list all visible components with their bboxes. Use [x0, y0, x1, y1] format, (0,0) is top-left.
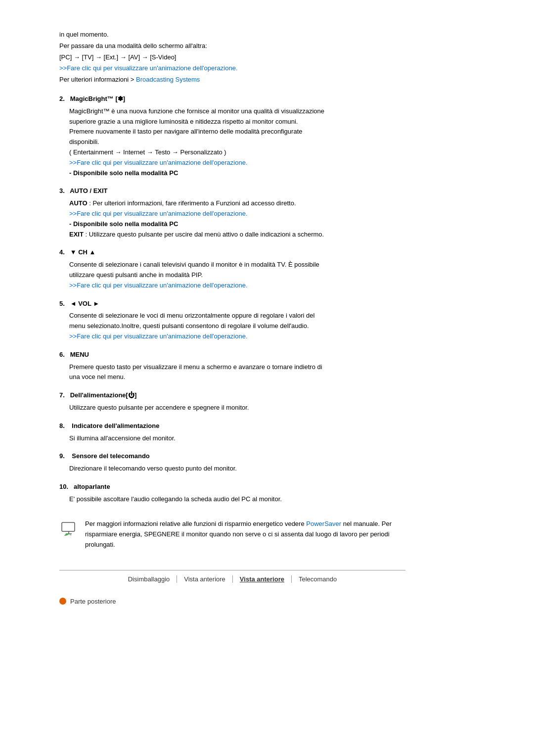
- section-4-body: Consente di selezionare i canali televis…: [69, 260, 405, 290]
- section-8-heading: Indicatore dell'alimentazione: [72, 422, 159, 429]
- section-2-heading: MagicBright™ [✽]: [70, 95, 125, 102]
- intro-animation-link[interactable]: >>Fare clic qui per visualizzare un'anim…: [59, 64, 238, 72]
- section-6-line1: Premere questo tasto per visualizzare il…: [69, 362, 405, 373]
- section-5-title: 5. ◄ VOL ►: [59, 299, 405, 309]
- intro-line1: in quel momento.: [59, 30, 405, 40]
- nav-bar: Disimballaggio Vista anteriore Vista ant…: [59, 570, 405, 583]
- bottom-link-label[interactable]: Parte posteriore: [70, 598, 116, 605]
- section-5-number: 5.: [59, 300, 65, 307]
- section-2-line1: MagicBright™ è una nuova funzione che fo…: [69, 106, 405, 117]
- section-2: 2. MagicBright™ [✽] MagicBright™ è una n…: [59, 94, 405, 178]
- section-2-note: - Disponibile solo nella modalità PC: [69, 168, 405, 179]
- page-container: in quel momento. Per passare da una moda…: [0, 0, 445, 635]
- section-8-title: 8. Indicatore dell'alimentazione: [59, 421, 405, 431]
- note-before-link: Per maggiori informazioni relative alle …: [85, 520, 306, 527]
- bottom-link[interactable]: Parte posteriore: [59, 598, 405, 605]
- section-6-line2: una voce nel menu.: [69, 372, 405, 382]
- section-10-number: 10.: [59, 483, 68, 490]
- section-6: 6. MENU Premere questo tasto per visuali…: [59, 350, 405, 382]
- section-9-line1: Direzionare il telecomando verso questo …: [69, 464, 405, 474]
- nav-telecomando[interactable]: Telecomando: [292, 575, 344, 583]
- section-4-heading: ▼ CH ▲: [70, 248, 96, 256]
- intro-section: in quel momento. Per passare da una moda…: [59, 30, 405, 85]
- section-3-auto-text: : Per ulteriori informazioni, fare rifer…: [88, 199, 296, 207]
- section-6-body: Premere questo tasto per visualizzare il…: [69, 362, 405, 383]
- section-7: 7. Dell'alimentazione[⏻] Utilizzare ques…: [59, 390, 405, 413]
- section-5-body: Consente di selezionare le voci di menu …: [69, 311, 405, 341]
- nav-vista-anteriore-2[interactable]: Vista anteriore: [233, 575, 292, 583]
- section-7-heading: Dell'alimentazione[⏻]: [70, 391, 137, 399]
- section-4-line1: Consente di selezionare i canali televis…: [69, 260, 405, 270]
- section-9-title: 9. Sensore del telecomando: [59, 451, 405, 462]
- section-7-body: Utilizzare questo pulsante per accendere…: [69, 403, 405, 413]
- section-3-auto: AUTO: [69, 199, 88, 207]
- section-3-note: - Disponibile solo nella modalità PC: [69, 219, 405, 230]
- section-4-line2: utilizzare questi pulsanti anche in moda…: [69, 270, 405, 281]
- section-5-link[interactable]: >>Fare clic qui per visualizzare un'anim…: [69, 332, 248, 340]
- section-2-body: MagicBright™ è una nuova funzione che fo…: [69, 106, 405, 179]
- section-7-line1: Utilizzare questo pulsante per accendere…: [69, 403, 405, 413]
- note-box: Per maggiori informazioni relative alle …: [59, 519, 405, 550]
- section-4-title: 4. ▼ CH ▲: [59, 247, 405, 258]
- section-2-line2: superiore grazie a una migliore luminosi…: [69, 117, 405, 127]
- section-6-heading: MENU: [70, 351, 89, 358]
- section-7-title: 7. Dell'alimentazione[⏻]: [59, 390, 405, 401]
- section-4-link[interactable]: >>Fare clic qui per visualizzare un'anim…: [69, 282, 248, 289]
- orange-dot-icon: [59, 598, 66, 605]
- intro-line3: [PC] → [TV] → [Ext.] → [AV] → [S-Video]: [59, 52, 405, 63]
- section-10: 10. altoparlante E' possibile ascoltare …: [59, 482, 405, 505]
- section-2-line4: disponibili.: [69, 137, 405, 147]
- section-2-link[interactable]: >>Fare clic qui per visualizzare un'anim…: [69, 159, 248, 166]
- section-3-exit-line: EXIT : Utilizzare questo pulsante per us…: [69, 230, 405, 240]
- section-2-number: 2.: [59, 95, 65, 102]
- intro-line4: Per ulteriori informazioni > Broadcastin…: [59, 75, 405, 85]
- section-7-number: 7.: [59, 391, 65, 399]
- section-3-link[interactable]: >>Fare clic qui per visualizzare un'anim…: [69, 210, 248, 217]
- section-6-number: 6.: [59, 351, 65, 358]
- section-10-title: 10. altoparlante: [59, 482, 405, 492]
- section-2-line5: ( Entertainment → Internet → Testo → Per…: [69, 147, 405, 158]
- note-box-text: Per maggiori informazioni relative alle …: [85, 519, 405, 550]
- section-3: 3. AUTO / EXIT AUTO : Per ulteriori info…: [59, 186, 405, 239]
- section-3-heading: AUTO / EXIT: [70, 187, 107, 194]
- section-3-body: AUTO : Per ulteriori informazioni, fare …: [69, 198, 405, 239]
- section-3-line1: AUTO : Per ulteriori informazioni, fare …: [69, 198, 405, 209]
- svg-rect-0: [62, 522, 75, 531]
- section-5: 5. ◄ VOL ► Consente di selezionare le vo…: [59, 299, 405, 342]
- section-10-heading: altoparlante: [74, 483, 110, 490]
- section-3-exit: EXIT: [69, 231, 84, 238]
- section-6-title: 6. MENU: [59, 350, 405, 360]
- section-9: 9. Sensore del telecomando Direzionare i…: [59, 451, 405, 474]
- section-4-number: 4.: [59, 248, 65, 256]
- energy-icon: [59, 520, 78, 539]
- section-5-line2: menu selezionato.Inoltre, questi pulsant…: [69, 321, 405, 331]
- section-5-heading: ◄ VOL ►: [70, 300, 99, 307]
- section-8-line1: Si illumina all'accensione del monitor.: [69, 433, 405, 444]
- broadcasting-systems-link[interactable]: Broadcasting Systems: [136, 76, 200, 83]
- powersaver-link[interactable]: PowerSaver: [306, 520, 341, 527]
- section-9-heading: Sensore del telecomando: [72, 452, 150, 460]
- nav-disimballaggio[interactable]: Disimballaggio: [121, 575, 178, 583]
- section-2-title: 2. MagicBright™ [✽]: [59, 94, 405, 104]
- section-4: 4. ▼ CH ▲ Consente di selezionare i cana…: [59, 247, 405, 290]
- section-10-line1: E' possibile ascoltare l'audio collegand…: [69, 494, 405, 505]
- section-3-title: 3. AUTO / EXIT: [59, 186, 405, 196]
- section-8-number: 8.: [59, 422, 65, 429]
- nav-vista-anteriore-1[interactable]: Vista anteriore: [177, 575, 233, 583]
- section-9-body: Direzionare il telecomando verso questo …: [69, 464, 405, 474]
- section-8: 8. Indicatore dell'alimentazione Si illu…: [59, 421, 405, 444]
- section-3-exit-text: : Utilizzare questo pulsante per uscire …: [84, 231, 324, 238]
- section-10-body: E' possibile ascoltare l'audio collegand…: [69, 494, 405, 505]
- intro-line2: Per passare da una modalità dello scherm…: [59, 41, 405, 51]
- section-2-line3: Premere nuovamente il tasto per navigare…: [69, 127, 405, 137]
- section-9-number: 9.: [59, 452, 65, 460]
- section-8-body: Si illumina all'accensione del monitor.: [69, 433, 405, 444]
- section-3-number: 3.: [59, 187, 65, 194]
- section-5-line1: Consente di selezionare le voci di menu …: [69, 311, 405, 321]
